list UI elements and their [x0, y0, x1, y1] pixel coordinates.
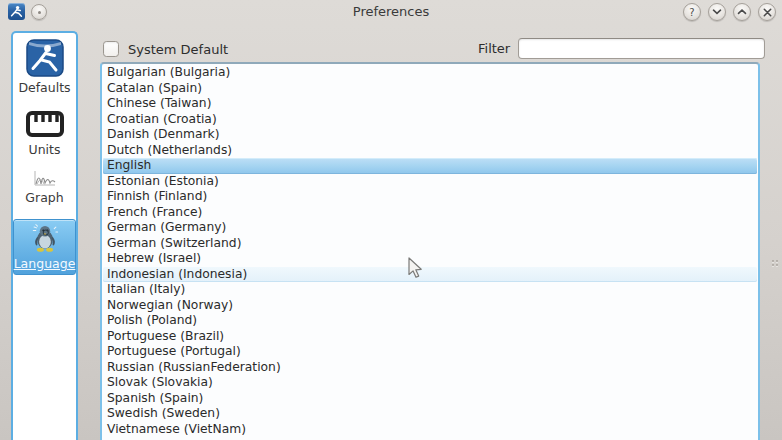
list-item[interactable]: Chinese (Taiwan): [103, 96, 757, 112]
list-item[interactable]: Croatian (Croatia): [103, 112, 757, 128]
list-item[interactable]: Swedish (Sweden): [103, 406, 757, 422]
filter-input[interactable]: [518, 38, 765, 59]
language-list: Bulgarian (Bulgaria)Catalan (Spain)Chine…: [100, 62, 760, 440]
preferences-sidebar: Defaults Units Graph: [11, 31, 78, 440]
list-item[interactable]: Portuguese (Brazil): [103, 329, 757, 345]
list-item[interactable]: Estonian (Estonia): [103, 174, 757, 190]
resize-grip[interactable]: [772, 260, 778, 272]
filter-row: Filter: [478, 37, 765, 59]
tux-penguin-icon: [25, 222, 65, 253]
list-item[interactable]: German (Germany): [103, 220, 757, 236]
list-item[interactable]: Hebrew (Israel): [103, 251, 757, 267]
list-item[interactable]: Norwegian (Norway): [103, 298, 757, 314]
system-default-row: System Default: [103, 40, 228, 58]
system-default-label: System Default: [128, 42, 228, 57]
list-item[interactable]: Portuguese (Portugal): [103, 344, 757, 360]
list-item[interactable]: Bulgarian (Bulgaria): [103, 65, 757, 81]
ski-jumper-icon: [26, 39, 64, 77]
sidebar-item-label: Defaults: [18, 80, 70, 95]
ruler-icon: [25, 109, 65, 139]
list-item[interactable]: Spanish (Spain): [103, 391, 757, 407]
chevron-down-icon: [712, 9, 722, 15]
help-icon: ?: [689, 7, 694, 18]
list-item[interactable]: Finnish (Finland): [103, 189, 757, 205]
list-item[interactable]: English: [103, 158, 757, 174]
list-item[interactable]: Italian (Italy): [103, 282, 757, 298]
chevron-up-icon: [737, 9, 747, 15]
help-button[interactable]: ?: [683, 3, 701, 21]
window-title: Preferences: [0, 4, 782, 19]
list-item[interactable]: Dutch (Netherlands): [103, 143, 757, 159]
list-item[interactable]: Russian (RussianFederation): [103, 360, 757, 376]
sidebar-item-label: Graph: [25, 190, 63, 205]
sidebar-item-graph[interactable]: Graph: [14, 165, 75, 205]
list-item[interactable]: Slovak (Slovakia): [103, 375, 757, 391]
sidebar-item-language[interactable]: Language: [13, 219, 76, 275]
sidebar-item-units[interactable]: Units: [14, 101, 75, 157]
list-item[interactable]: Vietnamese (VietNam): [103, 422, 757, 438]
sidebar-item-label: Units: [29, 142, 61, 157]
sidebar-item-defaults[interactable]: Defaults: [14, 37, 75, 95]
sidebar-item-label: Language: [14, 256, 76, 271]
graph-icon: [33, 168, 57, 187]
filter-label: Filter: [478, 41, 510, 56]
list-item[interactable]: Catalan (Spain): [103, 81, 757, 97]
close-button[interactable]: [758, 3, 776, 21]
close-icon: [763, 8, 772, 17]
list-item[interactable]: French (France): [103, 205, 757, 221]
list-item[interactable]: Indonesian (Indonesia): [103, 267, 757, 283]
titlebar: Preferences ?: [0, 0, 782, 24]
list-item[interactable]: German (Switzerland): [103, 236, 757, 252]
preferences-window: Preferences ?: [0, 0, 782, 440]
minimize-button[interactable]: [708, 3, 726, 21]
maximize-button[interactable]: [733, 3, 751, 21]
list-item[interactable]: Danish (Denmark): [103, 127, 757, 143]
system-default-checkbox[interactable]: [103, 41, 119, 57]
list-item[interactable]: Polish (Poland): [103, 313, 757, 329]
